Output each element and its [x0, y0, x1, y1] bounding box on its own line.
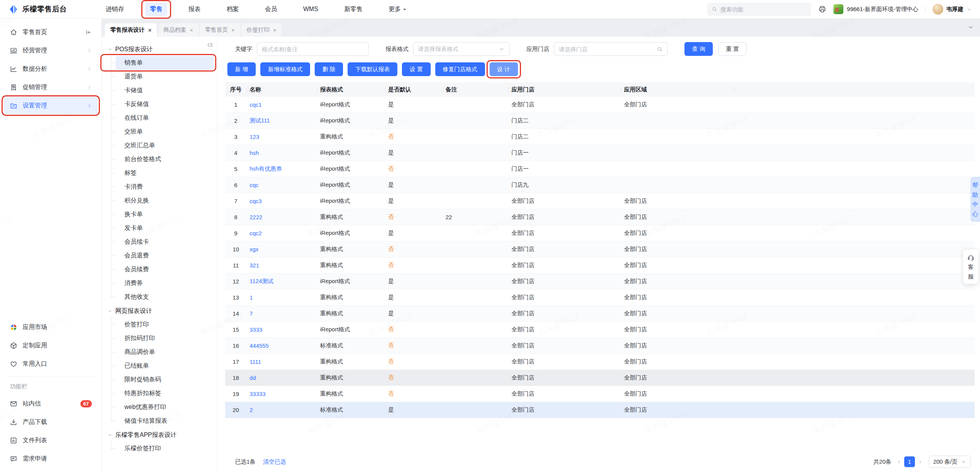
- cell-name[interactable]: xgx: [247, 241, 317, 257]
- nav-item-新零售[interactable]: 新零售: [339, 3, 368, 16]
- next-page-icon[interactable]: ›: [915, 458, 926, 466]
- tree-item-交班汇总单[interactable]: 交班汇总单: [116, 138, 214, 152]
- tree-item-折扣码打印[interactable]: 折扣码打印: [116, 331, 214, 345]
- sidebar-item-需求申请[interactable]: 需求申请: [4, 450, 98, 467]
- tree-item-发卡单[interactable]: 发卡单: [116, 221, 214, 235]
- clear-selection-link[interactable]: 清空已选: [263, 458, 286, 466]
- table-row[interactable]: 1933333重构格式否全部门店全部门店: [225, 386, 975, 402]
- tree-item-卡消费[interactable]: 卡消费: [116, 180, 214, 194]
- reset-button[interactable]: 重 置: [718, 42, 746, 56]
- sidebar-item-促销管理[interactable]: 促销管理: [4, 78, 98, 96]
- table-row[interactable]: 9cqc2iReport格式是全部门店全部门店: [225, 225, 975, 241]
- close-icon[interactable]: ×: [273, 27, 276, 33]
- action-button-下载默认报表[interactable]: 下载默认报表: [348, 62, 397, 76]
- cell-name[interactable]: 测试111: [247, 113, 317, 129]
- table-row[interactable]: 131重构格式是全部门店全部门店: [225, 290, 975, 306]
- tree-section-乐檬零售APP报表设计[interactable]: 乐檬零售APP报表设计: [102, 428, 217, 441]
- tree-section-POS报表设计[interactable]: POS报表设计: [102, 43, 217, 56]
- tree-item-销售单[interactable]: 销售单: [116, 56, 214, 70]
- cell-name[interactable]: 1: [247, 290, 317, 305]
- cell-name[interactable]: 3333: [247, 322, 317, 337]
- nav-item-进销存[interactable]: 进销存: [101, 3, 129, 16]
- table-row[interactable]: 121124测试iReport格式是全部门店全部门店: [225, 274, 975, 290]
- tree-collapse-icon[interactable]: [206, 41, 214, 49]
- table-row[interactable]: 16444555标准格式否全部门店全部门店: [225, 338, 975, 354]
- close-icon[interactable]: ×: [232, 27, 235, 33]
- sidebar-item-应用市场[interactable]: 应用市场: [4, 318, 98, 336]
- tree-item-限时促销条码[interactable]: 限时促销条码: [116, 373, 214, 386]
- table-row[interactable]: 10xgx重构格式否全部门店全部门店: [225, 241, 975, 257]
- cell-name[interactable]: cqc2: [247, 225, 317, 241]
- tab-商品档案[interactable]: 商品档案×: [158, 23, 199, 37]
- tree-item-特惠折扣标签[interactable]: 特惠折扣标签: [116, 386, 214, 400]
- tree-item-换卡单[interactable]: 换卡单: [116, 207, 214, 221]
- query-button[interactable]: 查 询: [684, 42, 713, 56]
- action-button-新增[interactable]: 新 增: [227, 62, 256, 76]
- cell-name[interactable]: cqc1: [247, 97, 317, 112]
- help-center-tab[interactable]: 帮助中心: [970, 177, 980, 222]
- tree-item-乐檬价签打印[interactable]: 乐檬价签打印: [116, 441, 214, 455]
- nav-item-WMS[interactable]: WMS: [298, 3, 323, 15]
- customer-service-button[interactable]: 客服: [963, 249, 978, 284]
- format-select[interactable]: 请选择报表格式: [413, 42, 510, 56]
- sidebar-item-数据分析[interactable]: 数据分析: [4, 60, 98, 78]
- user-menu[interactable]: 韦厚建: [933, 4, 972, 15]
- table-row[interactable]: 4hshiReport格式是门店一: [225, 145, 975, 161]
- tree-item-储值卡结算报表[interactable]: 储值卡结算报表: [116, 414, 214, 428]
- nav-item-档案[interactable]: 档案: [222, 3, 244, 16]
- action-button-设计[interactable]: 设 计: [490, 62, 518, 76]
- tree-item-商品调价单[interactable]: 商品调价单: [116, 345, 214, 359]
- tab-零售报表设计[interactable]: 零售报表设计×: [105, 23, 157, 37]
- sidebar-item-文件列表[interactable]: 文件列表: [4, 432, 98, 449]
- cell-name[interactable]: 123: [247, 129, 317, 145]
- table-row[interactable]: 11321重构格式否全部门店全部门店: [225, 257, 975, 274]
- table-row[interactable]: 82222重构格式否22全部门店全部门店: [225, 209, 975, 225]
- action-button-设置[interactable]: 设 置: [402, 62, 430, 76]
- tree-item-卡储值[interactable]: 卡储值: [116, 83, 214, 97]
- page-number[interactable]: 1: [904, 456, 915, 467]
- tab-list-dropdown-icon[interactable]: [968, 24, 974, 30]
- nav-item-报表[interactable]: 报表: [183, 3, 206, 16]
- page-size-select[interactable]: 200 条/页: [929, 456, 971, 468]
- action-button-新增标准格式[interactable]: 新增标准格式: [260, 62, 310, 76]
- cell-name[interactable]: hsh: [247, 145, 317, 161]
- table-row[interactable]: 2测试111iReport格式是门店二: [225, 113, 975, 129]
- action-button-修复门店格式[interactable]: 修复门店格式: [435, 62, 485, 76]
- sidebar-item-产品下载[interactable]: 产品下载: [4, 413, 98, 431]
- nav-item-零售[interactable]: 零售: [145, 3, 167, 16]
- cell-name[interactable]: 321: [247, 257, 317, 273]
- sidebar-collapse-icon[interactable]: [85, 29, 92, 36]
- cell-name[interactable]: hsh有优惠券: [247, 161, 317, 177]
- printer-icon[interactable]: [818, 5, 826, 13]
- table-row[interactable]: 3123重构格式否门店二: [225, 129, 975, 145]
- tree-item-交班单[interactable]: 交班单: [116, 125, 214, 138]
- close-icon[interactable]: ×: [190, 27, 193, 33]
- nav-item-更多[interactable]: 更多: [384, 3, 411, 16]
- tree-item-会员续卡[interactable]: 会员续卡: [116, 235, 214, 249]
- store-input[interactable]: [554, 42, 668, 56]
- table-row[interactable]: 7cqc3iReport格式是全部门店全部门店: [225, 193, 975, 209]
- tree-section-网页报表设计[interactable]: 网页报表设计: [102, 305, 217, 318]
- tree-item-会员续费[interactable]: 会员续费: [116, 262, 214, 276]
- cell-name[interactable]: 7: [247, 306, 317, 321]
- tree-item-消费券[interactable]: 消费券: [116, 276, 214, 290]
- environment-switcher[interactable]: 99661-新界面环境-管理中心: [833, 4, 918, 14]
- tree-item-价签打印[interactable]: 价签打印: [116, 318, 214, 331]
- close-icon[interactable]: ×: [148, 27, 152, 33]
- keyword-input-field[interactable]: [262, 46, 364, 52]
- cell-name[interactable]: 2: [247, 402, 317, 418]
- table-row[interactable]: 5hsh有优惠券iReport格式否门店一: [225, 161, 975, 177]
- tree-item-会员退费[interactable]: 会员退费: [116, 249, 214, 262]
- tree-item-前台价签格式[interactable]: 前台价签格式: [116, 152, 214, 166]
- tree-item-其他收支[interactable]: 其他收支: [116, 290, 214, 304]
- sidebar-item-经营管理[interactable]: 经营管理: [4, 42, 98, 59]
- table-row[interactable]: 1cqc1iReport格式是全部门店全部门店: [225, 97, 975, 113]
- nav-item-会员[interactable]: 会员: [260, 3, 282, 16]
- cell-name[interactable]: 444555: [247, 338, 317, 353]
- sidebar-item-零售首页[interactable]: 零售首页: [4, 23, 98, 41]
- sidebar-item-设置管理[interactable]: 设置管理: [4, 97, 98, 114]
- cell-name[interactable]: 2222: [247, 209, 317, 225]
- prev-page-icon[interactable]: ‹: [893, 458, 904, 466]
- table-row[interactable]: 202标准格式是全部门店全部门店: [225, 402, 975, 418]
- tree-item-已结账单[interactable]: 已结账单: [116, 359, 214, 373]
